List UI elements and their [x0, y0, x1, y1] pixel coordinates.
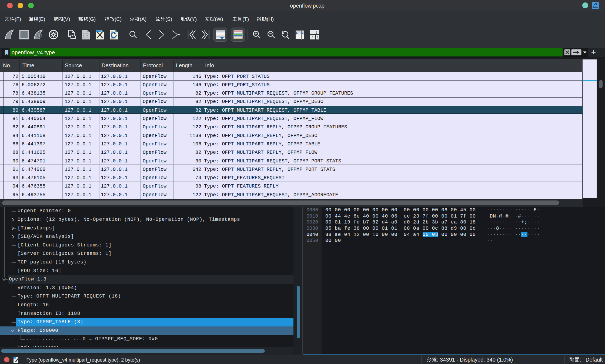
svg-text:2: 2: [312, 36, 313, 40]
svg-text:0111: 0111: [83, 37, 88, 39]
svg-text:3: 3: [317, 36, 319, 40]
svg-text:0101: 0101: [83, 32, 88, 35]
svg-text:0110: 0110: [83, 35, 88, 37]
svg-text:1: 1: [315, 31, 317, 35]
